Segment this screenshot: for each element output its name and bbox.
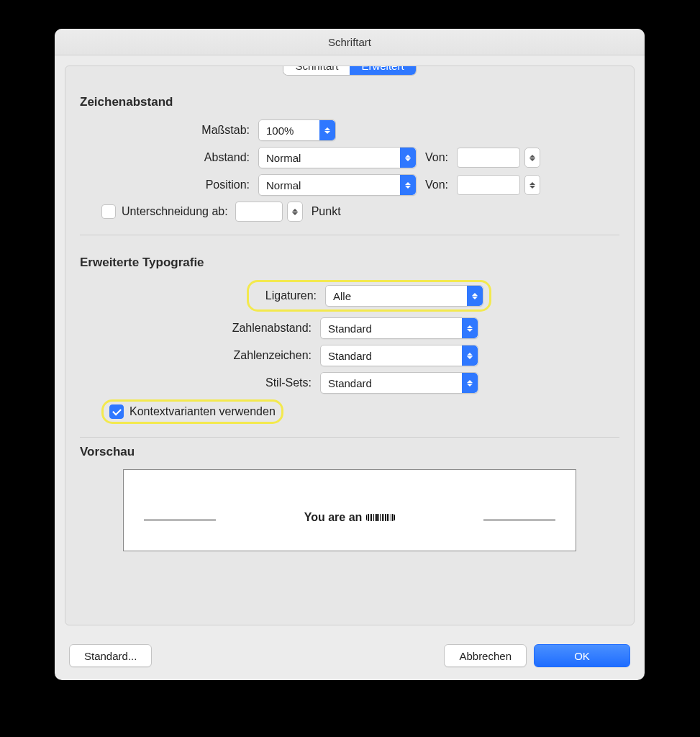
standard-button[interactable]: Standard... xyxy=(69,644,152,667)
kontextvarianten-highlight: Kontextvarianten verwenden xyxy=(101,399,283,424)
kontextvarianten-checkbox[interactable] xyxy=(109,404,124,419)
ligaturen-select[interactable]: Alle xyxy=(325,285,483,307)
abstand-von-stepper[interactable] xyxy=(524,148,540,168)
section-vorschau-title: Vorschau xyxy=(80,445,619,459)
unterschneidung-checkbox[interactable] xyxy=(101,204,116,219)
chevron-updown-icon xyxy=(462,318,478,338)
abstand-select[interactable]: Normal xyxy=(258,147,417,168)
preview-baseline-left xyxy=(144,520,216,520)
tab-erweitert[interactable]: Erweitert xyxy=(350,65,415,75)
abstand-label: Abstand: xyxy=(80,151,258,164)
position-value: Normal xyxy=(266,179,301,191)
tab-schriftart[interactable]: Schriftart xyxy=(283,65,350,75)
divider xyxy=(80,235,619,235)
preview-box: You are an xyxy=(123,469,576,551)
ligaturen-label: Ligaturen: xyxy=(255,289,325,302)
font-dialog-window: Schriftart Schriftart Erweitert Zeichena… xyxy=(55,29,645,680)
chevron-updown-icon xyxy=(400,148,416,168)
ligaturen-highlight: Ligaturen: Alle xyxy=(247,280,491,312)
chevron-updown-icon xyxy=(319,120,335,140)
chevron-updown-icon xyxy=(467,286,483,306)
preview-text-value: You are an xyxy=(304,511,363,524)
position-von-stepper[interactable] xyxy=(524,175,540,195)
chevron-updown-icon xyxy=(400,175,416,195)
tab-switcher: Schriftart Erweitert xyxy=(283,65,415,75)
chevron-updown-icon xyxy=(462,345,478,366)
position-von-label: Von: xyxy=(425,178,448,191)
unterschneidung-label: Unterschneidung ab: xyxy=(122,205,228,218)
kontextvarianten-label: Kontextvarianten verwenden xyxy=(129,405,276,418)
massstab-select[interactable]: 100% xyxy=(258,119,336,141)
preview-text: You are an xyxy=(304,511,396,524)
section-zeichenabstand-title: Zeichenabstand xyxy=(80,95,619,109)
zahlenabstand-value: Standard xyxy=(328,322,372,335)
abstand-von-label: Von: xyxy=(425,151,448,164)
zahlenabstand-select[interactable]: Standard xyxy=(320,317,478,339)
zahlenzeichen-value: Standard xyxy=(328,350,372,362)
stilsets-select[interactable]: Standard xyxy=(320,372,478,394)
preview-baseline-right xyxy=(483,520,555,520)
zahlenzeichen-select[interactable]: Standard xyxy=(320,345,478,366)
dialog-content: Schriftart Erweitert Zeichenabstand Maßs… xyxy=(65,65,635,625)
cancel-button[interactable]: Abbrechen xyxy=(444,644,527,667)
preview-scribble-icon xyxy=(366,514,395,521)
section-typografie-title: Erweiterte Typografie xyxy=(80,256,619,270)
massstab-label: Maßstab: xyxy=(80,124,258,137)
ok-button[interactable]: OK xyxy=(534,644,630,667)
position-von-input[interactable] xyxy=(457,175,520,195)
abstand-von-input[interactable] xyxy=(457,148,520,168)
unterschneidung-input[interactable] xyxy=(235,202,283,222)
stilsets-label: Stil-Sets: xyxy=(80,376,320,389)
window-title: Schriftart xyxy=(328,36,371,48)
position-select[interactable]: Normal xyxy=(258,174,417,196)
position-label: Position: xyxy=(80,178,258,191)
ligaturen-value: Alle xyxy=(333,290,351,302)
unterschneidung-stepper[interactable] xyxy=(287,202,303,222)
punkt-label: Punkt xyxy=(312,205,341,218)
divider xyxy=(80,437,619,438)
stilsets-value: Standard xyxy=(328,377,372,389)
chevron-updown-icon xyxy=(462,373,478,393)
titlebar: Schriftart xyxy=(55,29,645,55)
abstand-value: Normal xyxy=(266,152,301,164)
zahlenabstand-label: Zahlenabstand: xyxy=(80,322,320,335)
zahlenzeichen-label: Zahlenzeichen: xyxy=(80,349,320,362)
massstab-value: 100% xyxy=(266,125,294,137)
dialog-footer: Standard... Abbrechen OK xyxy=(55,636,645,680)
